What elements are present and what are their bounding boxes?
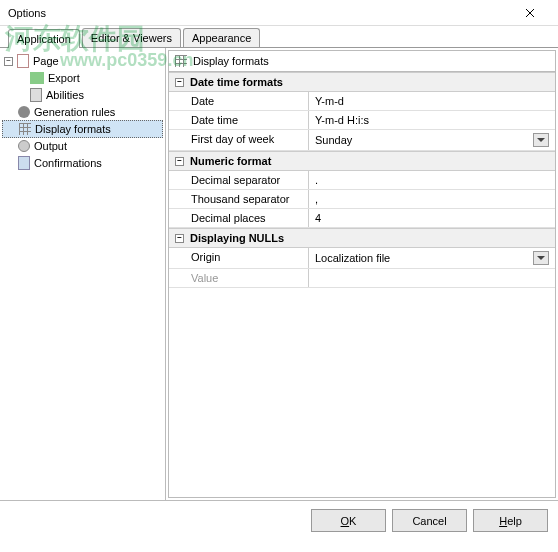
prop-value[interactable]: Y-m-d: [309, 92, 555, 110]
property-grid: − Date time formats Date Y-m-d Date time…: [169, 72, 555, 497]
ok-button[interactable]: OK: [311, 509, 386, 532]
tree-label: Abilities: [46, 89, 84, 101]
grid-icon: [19, 123, 31, 135]
prop-label: Value: [169, 269, 309, 287]
tree-label: Generation rules: [34, 106, 115, 118]
close-button[interactable]: [510, 1, 550, 25]
prop-value[interactable]: ,: [309, 190, 555, 208]
tree-panel: − Page Export Abilities Generation rules…: [0, 48, 166, 500]
close-icon: [525, 8, 535, 18]
prop-row-datetime[interactable]: Date time Y-m-d H:i:s: [169, 111, 555, 130]
tab-bar: Application Editor & Viewers Appearance: [0, 26, 558, 48]
chevron-down-icon[interactable]: [533, 251, 549, 265]
tree-item-display-formats[interactable]: Display formats: [2, 120, 163, 138]
group-title: Date time formats: [190, 76, 283, 88]
group-header-numeric[interactable]: − Numeric format: [169, 151, 555, 171]
tree-label: Output: [34, 140, 67, 152]
gear-icon: [18, 106, 30, 118]
properties-panel: Display formats − Date time formats Date…: [168, 50, 556, 498]
grid-icon: [175, 55, 187, 67]
tree-item-generation-rules[interactable]: Generation rules: [2, 104, 163, 120]
prop-value: [309, 269, 555, 287]
prop-row-decimal-sep[interactable]: Decimal separator .: [169, 171, 555, 190]
group-title: Numeric format: [190, 155, 271, 167]
prop-value[interactable]: Sunday: [309, 130, 555, 150]
tree-item-confirmations[interactable]: Confirmations: [2, 154, 163, 172]
tab-application[interactable]: Application: [8, 29, 80, 48]
prop-label: Origin: [169, 248, 309, 268]
prop-label: First day of week: [169, 130, 309, 150]
tree-item-abilities[interactable]: Abilities: [2, 86, 163, 104]
panel-header: Display formats: [169, 51, 555, 72]
tree-label: Export: [48, 72, 80, 84]
prop-label: Date: [169, 92, 309, 110]
tab-editor-viewers[interactable]: Editor & Viewers: [82, 28, 181, 47]
panel-title: Display formats: [193, 55, 269, 67]
button-bar: OK Cancel Help: [0, 500, 558, 540]
prop-value[interactable]: .: [309, 171, 555, 189]
group-title: Displaying NULLs: [190, 232, 284, 244]
tree-item-export[interactable]: Export: [2, 70, 163, 86]
prop-row-decimal-places[interactable]: Decimal places 4: [169, 209, 555, 228]
prop-row-firstday[interactable]: First day of week Sunday: [169, 130, 555, 151]
collapse-icon[interactable]: −: [175, 234, 184, 243]
abilities-icon: [30, 88, 42, 102]
prop-label: Decimal places: [169, 209, 309, 227]
prop-label: Thousand separator: [169, 190, 309, 208]
prop-row-value: Value: [169, 269, 555, 288]
tree-collapse-icon[interactable]: −: [4, 57, 13, 66]
prop-label: Decimal separator: [169, 171, 309, 189]
window-title: Options: [8, 7, 46, 19]
collapse-icon[interactable]: −: [175, 157, 184, 166]
tree-label: Confirmations: [34, 157, 102, 169]
prop-row-origin[interactable]: Origin Localization file: [169, 248, 555, 269]
tree-item-output[interactable]: Output: [2, 138, 163, 154]
content-area: − Page Export Abilities Generation rules…: [0, 48, 558, 500]
page-icon: [17, 54, 29, 68]
prop-label: Date time: [169, 111, 309, 129]
help-button[interactable]: Help: [473, 509, 548, 532]
export-icon: [30, 72, 44, 84]
tree-label: Display formats: [35, 123, 111, 135]
cancel-button[interactable]: Cancel: [392, 509, 467, 532]
prop-value[interactable]: Y-m-d H:i:s: [309, 111, 555, 129]
prop-row-date[interactable]: Date Y-m-d: [169, 92, 555, 111]
window-titlebar: Options: [0, 0, 558, 26]
group-header-datetime[interactable]: − Date time formats: [169, 72, 555, 92]
collapse-icon[interactable]: −: [175, 78, 184, 87]
prop-value[interactable]: 4: [309, 209, 555, 227]
tree-item-page[interactable]: − Page: [2, 52, 163, 70]
tab-appearance[interactable]: Appearance: [183, 28, 260, 47]
group-header-nulls[interactable]: − Displaying NULLs: [169, 228, 555, 248]
confirm-icon: [18, 156, 30, 170]
tree-label: Page: [33, 55, 59, 67]
chevron-down-icon[interactable]: [533, 133, 549, 147]
prop-value[interactable]: Localization file: [309, 248, 555, 268]
output-icon: [18, 140, 30, 152]
prop-row-thousand-sep[interactable]: Thousand separator ,: [169, 190, 555, 209]
